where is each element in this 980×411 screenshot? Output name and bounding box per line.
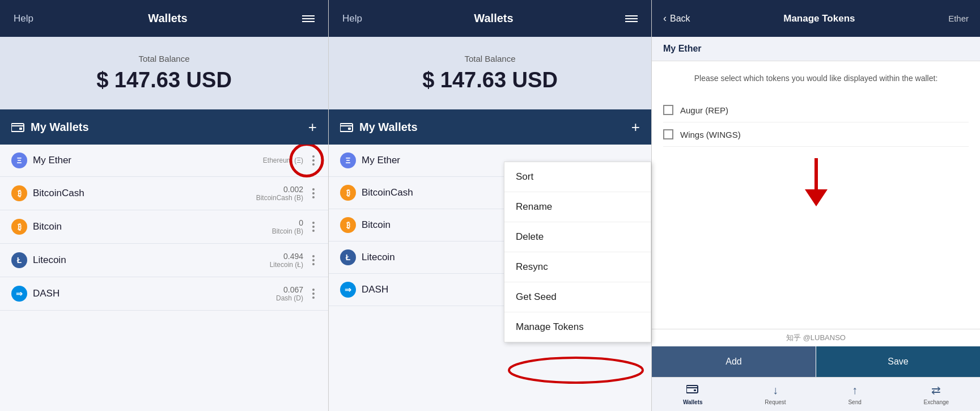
token-item-augur[interactable]: Augur (REP) [663, 98, 969, 122]
panel1-wallet-item-dash[interactable]: ⇒ DASH 0.067 Dash (D) [0, 277, 328, 311]
panel1-menu-icon[interactable] [302, 15, 315, 22]
panel3-header: ‹ Back Manage Tokens Ether [652, 0, 980, 37]
dropdown-delete[interactable]: Delete [504, 222, 651, 252]
red-down-arrow-icon [799, 158, 833, 209]
panel2-balance-label: Total Balance [340, 54, 640, 63]
send-nav-icon: ↑ [852, 384, 858, 397]
panel3-sub-header: My Ether [652, 37, 980, 61]
panel2-balance-amount: $ 147.63 USD [340, 68, 640, 92]
wallet-menu-dash[interactable] [310, 286, 317, 301]
wallet-name-ether: My Ether [33, 155, 71, 166]
wallet-balance-ether: Ethereum (Ξ) [263, 156, 303, 164]
dropdown-sort[interactable]: Sort [504, 162, 651, 192]
panel1-wallet-item-ether[interactable]: Ξ My Ether Ethereum (Ξ) [0, 145, 328, 177]
save-button[interactable]: Save [816, 346, 980, 377]
dropdown-resync[interactable]: Resync [504, 252, 651, 282]
wallet-menu-bch[interactable] [310, 186, 317, 201]
nav-request[interactable]: ↓ Request [765, 384, 786, 405]
panel3-footer: 知乎 @LUBANSO Add Save Wallets ↓ Reques [652, 329, 980, 411]
panel1-wallets-header-left: My Wallets [11, 121, 89, 134]
panel3-manage-tokens-title: Manage Tokens [783, 13, 855, 24]
svg-marker-7 [805, 189, 828, 206]
panel2-context-menu: Sort Rename Delete Resync Get Seed Manag… [504, 162, 651, 342]
wallet-currency-bch: BitcoinCash (B) [256, 194, 303, 202]
nav-exchange[interactable]: ⇄ Exchange [924, 383, 949, 405]
panel2-header: Help Wallets [329, 0, 651, 37]
panel1-wallets-title: My Wallets [31, 121, 89, 134]
panel1-wallets-header: My Wallets + [0, 109, 328, 145]
panel1-wallet-item-bitcoin[interactable]: ₿ Bitcoin 0 Bitcoin (B) [0, 210, 328, 244]
p2-wallet-name-dash: DASH [362, 284, 388, 295]
red-arrow-container [663, 147, 969, 221]
wallet-name-dash: DASH [33, 288, 60, 299]
panel1-wallet-item-litecoin[interactable]: Ł Litecoin 0.494 Litecoin (Ł) [0, 244, 328, 277]
wallet-amount-bch: 0.002 [256, 185, 303, 194]
augur-checkbox[interactable] [663, 105, 673, 115]
wallet-menu-ltc[interactable] [310, 253, 317, 268]
panel1-help-link[interactable]: Help [14, 13, 33, 24]
dropdown-manage-tokens[interactable]: Manage Tokens [504, 312, 651, 342]
wallet-name-ltc: Litecoin [33, 255, 66, 266]
exchange-nav-label: Exchange [924, 399, 949, 405]
wallet-name-btc: Bitcoin [33, 221, 62, 232]
request-nav-icon: ↓ [773, 384, 778, 397]
wings-checkbox[interactable] [663, 129, 673, 139]
wallet-amount-ltc: 0.494 [270, 252, 303, 261]
augur-label: Augur (REP) [680, 105, 728, 115]
back-button[interactable]: ‹ Back [663, 12, 690, 24]
panel1-wallet-list: Ξ My Ether Ethereum (Ξ) ₿ BitcoinCash [0, 145, 328, 411]
p2-bch-icon: ₿ [340, 185, 356, 201]
wings-label: Wings (WINGS) [680, 130, 741, 139]
add-button[interactable]: Add [652, 346, 816, 377]
panel2-add-wallet-button[interactable]: + [631, 118, 640, 136]
dropdown-rename[interactable]: Rename [504, 192, 651, 222]
panel-3: ‹ Back Manage Tokens Ether My Ether Plea… [652, 0, 980, 411]
token-item-wings[interactable]: Wings (WINGS) [663, 122, 969, 147]
wallet-menu-btc[interactable] [310, 219, 317, 234]
wallet-currency-ltc: Litecoin (Ł) [270, 261, 303, 269]
wallet-currency-btc: Bitcoin (B) [272, 227, 303, 235]
panel1-balance-amount: $ 147.63 USD [11, 68, 317, 92]
back-label: Back [670, 14, 690, 24]
panel1-wallet-item-bitcoincash[interactable]: ₿ BitcoinCash 0.002 BitcoinCash (B) [0, 177, 328, 210]
panel2-balance-section: Total Balance $ 147.63 USD [329, 37, 651, 109]
panel3-header-wallet: Ether [948, 14, 969, 23]
panel3-content: Please select which tokens you would lik… [652, 61, 980, 329]
p2-ltc-icon: Ł [340, 249, 356, 265]
panel1-balance-section: Total Balance $ 147.63 USD [0, 37, 328, 109]
p2-wallet-name-ether: My Ether [362, 155, 400, 166]
bch-coin-icon: ₿ [11, 185, 27, 201]
dropdown-get-seed[interactable]: Get Seed [504, 282, 651, 312]
panel2-menu-icon[interactable] [625, 15, 638, 22]
panel2-help-link[interactable]: Help [342, 13, 362, 24]
wallets-nav-label: Wallets [683, 399, 703, 405]
p2-wallet-name-ltc: Litecoin [362, 252, 395, 263]
wallet-right-ether: Ethereum (Ξ) [263, 153, 317, 168]
svg-rect-0 [11, 124, 24, 132]
p2-dash-icon: ⇒ [340, 282, 356, 298]
wallet-icon [11, 121, 25, 133]
panel-1: Help Wallets Total Balance $ 147.63 USD … [0, 0, 329, 411]
wallet-amount-btc: 0 [272, 218, 303, 227]
panel3-description: Please select which tokens you would lik… [663, 73, 969, 84]
exchange-nav-icon: ⇄ [931, 383, 941, 397]
panel2-wallets-header: My Wallets + [329, 109, 651, 145]
bottom-nav: Wallets ↓ Request ↑ Send ⇄ Exchange [652, 377, 980, 411]
p2-btc-icon: ₿ [340, 217, 356, 233]
svg-rect-3 [340, 124, 353, 132]
request-nav-label: Request [765, 399, 786, 405]
svg-rect-1 [19, 128, 22, 130]
panel1-add-wallet-button[interactable]: + [308, 118, 317, 136]
nav-wallets[interactable]: Wallets [683, 384, 703, 405]
p2-eth-icon: Ξ [340, 152, 356, 168]
panel-2: Help Wallets Total Balance $ 147.63 USD … [329, 0, 652, 411]
p2-wallet-name-btc: Bitcoin [362, 219, 391, 231]
panel1-balance-label: Total Balance [11, 54, 317, 63]
watermark: 知乎 @LUBANSO [652, 329, 980, 346]
wallet-menu-ether[interactable] [310, 153, 317, 168]
nav-send[interactable]: ↑ Send [848, 384, 861, 405]
ltc-coin-icon: Ł [11, 252, 27, 268]
panel3-wallet-name: My Ether [663, 44, 702, 53]
wallet-currency-dash: Dash (D) [276, 294, 303, 302]
wallets-nav-icon [686, 384, 699, 397]
